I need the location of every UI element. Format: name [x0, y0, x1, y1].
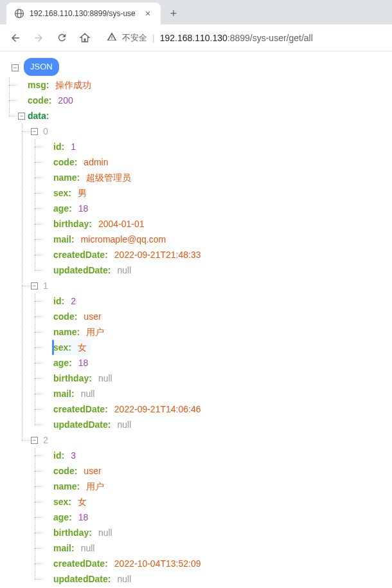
tree-row-field[interactable]: birthday : null: [5, 525, 387, 540]
field-key: birthday: [53, 525, 89, 540]
field-value: 男: [78, 185, 87, 201]
key-msg: msg: [28, 77, 46, 93]
tree-row-field[interactable]: age : 18: [5, 355, 387, 371]
field-key: sex: [53, 340, 68, 355]
field-value: null: [117, 571, 131, 587]
json-root: − JSON: [5, 58, 387, 77]
tree-row-field[interactable]: createdDate : 2022-09-21T21:48:33: [5, 247, 387, 262]
key-data: data: [28, 108, 46, 124]
tree-row-field[interactable]: sex : 男: [5, 185, 387, 201]
forward-button[interactable]: [30, 29, 48, 47]
array-index: 1: [43, 278, 48, 293]
field-key: id: [53, 293, 61, 309]
tree-row-field[interactable]: sex : 女: [5, 340, 387, 355]
field-value: null: [117, 417, 131, 432]
collapse-icon[interactable]: −: [31, 437, 38, 444]
home-button[interactable]: [76, 29, 94, 47]
field-value: 用户: [86, 324, 104, 340]
tree-row-field[interactable]: code : user: [5, 309, 387, 324]
field-key: createdDate: [53, 247, 105, 262]
tree-row-index[interactable]: − 0: [5, 124, 387, 139]
field-key: age: [53, 510, 69, 525]
tree-row-field[interactable]: sex : 女: [5, 494, 387, 510]
field-key: name: [53, 170, 77, 185]
field-value: null: [81, 386, 95, 401]
globe-icon: [14, 8, 24, 19]
tree-row-field[interactable]: code : admin: [5, 154, 387, 170]
tab-bar: 192.168.110.130:8899/sys-use × +: [0, 0, 392, 24]
tree-row-field[interactable]: createdDate : 2022-09-21T14:06:46: [5, 401, 387, 417]
field-value: 2: [71, 293, 76, 309]
close-icon[interactable]: ×: [143, 8, 153, 19]
tree-row-field[interactable]: id : 1: [5, 139, 387, 154]
tree-row-field[interactable]: code : user: [5, 463, 387, 479]
address-bar[interactable]: 不安全 | 192.168.110.130:8899/sys-user/get/…: [99, 28, 386, 48]
tree-row-index[interactable]: − 1: [5, 278, 387, 293]
tab-title: 192.168.110.130:8899/sys-use: [30, 9, 138, 18]
tree-row-field[interactable]: name : 用户: [5, 479, 387, 494]
field-key: createdDate: [53, 401, 105, 417]
browser-chrome: 192.168.110.130:8899/sys-use × + 不安全 | 1…: [0, 0, 392, 51]
new-tab-button[interactable]: +: [165, 5, 183, 23]
tree-row-field[interactable]: name : 超级管理员: [5, 170, 387, 185]
insecure-label: 不安全: [122, 32, 147, 44]
field-key: updatedDate: [53, 571, 108, 587]
field-key: id: [53, 139, 61, 154]
collapse-icon[interactable]: −: [31, 282, 38, 289]
field-key: age: [53, 355, 69, 371]
tree-row-field[interactable]: birthday : null: [5, 371, 387, 386]
separator: |: [152, 33, 155, 43]
tree-row-field[interactable]: mail : micromaple@qq.com: [5, 232, 387, 247]
field-key: age: [53, 201, 69, 216]
tree-row-field[interactable]: updatedDate : null: [5, 571, 387, 587]
tree-row-field[interactable]: createdDate : 2022-10-04T13:52:09: [5, 556, 387, 571]
tree-row-field[interactable]: updatedDate : null: [5, 417, 387, 432]
array-index: 2: [43, 432, 48, 448]
back-button[interactable]: [6, 29, 24, 47]
tree-row-data[interactable]: − data :: [5, 108, 387, 124]
tree-row-field[interactable]: age : 18: [5, 510, 387, 525]
field-value: 1: [71, 139, 76, 154]
field-value: null: [98, 525, 112, 540]
field-value: micromaple@qq.com: [81, 232, 166, 247]
collapse-icon[interactable]: −: [12, 64, 19, 71]
field-key: sex: [53, 494, 68, 510]
field-value: 18: [78, 510, 89, 525]
val-code: 200: [58, 93, 73, 108]
field-key: code: [53, 309, 75, 324]
collapse-icon[interactable]: −: [18, 113, 25, 120]
field-key: name: [53, 324, 77, 340]
reload-button[interactable]: [53, 29, 71, 47]
field-key: id: [53, 448, 61, 463]
field-value: 18: [78, 355, 89, 371]
field-value: 18: [78, 201, 89, 216]
val-msg: 操作成功: [55, 77, 91, 93]
field-value: 超级管理员: [86, 170, 131, 185]
field-value: 2022-10-04T13:52:09: [114, 556, 201, 571]
tree-row-index[interactable]: − 2: [5, 432, 387, 448]
tree-row-field[interactable]: mail : null: [5, 540, 387, 556]
field-value: 2004-01-01: [98, 216, 145, 232]
json-badge: JSON: [24, 58, 59, 76]
browser-tab[interactable]: 192.168.110.130:8899/sys-use ×: [6, 3, 161, 24]
collapse-icon[interactable]: −: [31, 128, 38, 135]
field-key: code: [53, 154, 75, 170]
field-value: 女: [78, 494, 87, 510]
field-key: mail: [53, 540, 71, 556]
tree-row-code[interactable]: code : 200: [5, 93, 387, 108]
field-value: user: [84, 309, 101, 324]
tree-row-field[interactable]: age : 18: [5, 201, 387, 216]
tree-row-field[interactable]: id : 3: [5, 448, 387, 463]
tree-row-field[interactable]: updatedDate : null: [5, 262, 387, 278]
tree-row-field[interactable]: name : 用户: [5, 324, 387, 340]
tree-row-field[interactable]: mail : null: [5, 386, 387, 401]
url-text: 192.168.110.130:8899/sys-user/get/all: [160, 33, 313, 43]
tree-row-field[interactable]: id : 2: [5, 293, 387, 309]
field-key: birthday: [53, 216, 89, 232]
field-value: 3: [71, 448, 76, 463]
field-value: 2022-09-21T14:06:46: [114, 401, 201, 417]
tree-row-field[interactable]: birthday : 2004-01-01: [5, 216, 387, 232]
key-code: code: [28, 93, 49, 108]
field-value: 2022-09-21T21:48:33: [114, 247, 201, 262]
tree-row-msg[interactable]: msg : 操作成功: [5, 77, 387, 93]
